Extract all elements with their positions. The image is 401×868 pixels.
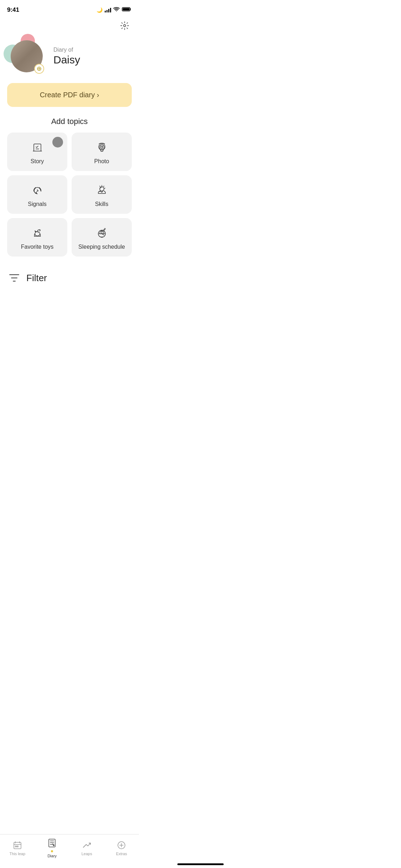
svg-point-9 [100,146,101,146]
signal-icon [105,7,111,12]
profile-text: Diary of Daisy [53,47,80,66]
status-icons: 🌙 [97,7,132,13]
signals-icon [30,183,45,197]
filter-reveal-section: Filter [0,271,139,292]
svg-line-15 [104,188,105,188]
add-topics-section: Add topics Story [0,117,139,257]
svg-point-6 [99,145,104,150]
header [0,18,139,33]
story-icon [30,140,45,155]
status-bar: 9:41 🌙 [0,0,139,18]
battery-icon [122,7,132,13]
topic-card-story[interactable]: Story [7,133,67,171]
skills-label: Skills [95,201,108,207]
settings-button[interactable] [118,19,131,33]
story-label: Story [31,158,44,165]
diary-name: Daisy [53,54,80,66]
svg-point-18 [38,232,38,233]
topic-card-sleeping-schedule[interactable]: Sleeping schedule [72,218,132,257]
svg-point-0 [116,11,117,11]
topic-card-skills[interactable]: Skills [72,175,132,214]
photo-icon [95,140,109,155]
status-time: 9:41 [7,6,19,14]
svg-point-11 [36,193,37,194]
topic-card-photo[interactable]: Photo [72,133,132,171]
svg-point-10 [103,146,103,146]
sleeping-schedule-label: Sleeping schedule [78,244,125,250]
topic-card-favorite-toys[interactable]: Favorite toys [7,218,67,257]
photo-label: Photo [94,158,109,165]
signals-label: Signals [28,201,46,207]
story-badge [52,137,63,148]
diary-of-label: Diary of [53,47,80,53]
topics-grid: Story Photo [7,133,132,257]
avatar-container [7,37,46,76]
topic-card-signals[interactable]: Signals [7,175,67,214]
create-pdf-button[interactable]: Create PDF diary › [7,83,132,107]
moon-icon: 🌙 [97,7,103,13]
wifi-icon [113,7,120,13]
svg-point-3 [124,25,126,27]
filter-section: Filter [0,271,139,292]
filter-icon [7,271,21,285]
favorite-toys-icon [30,226,45,240]
avatar-edit-button[interactable] [34,64,44,74]
skills-icon [95,183,109,197]
svg-line-16 [100,186,100,187]
sleeping-schedule-icon [95,226,109,240]
profile-section: Diary of Daisy [0,33,139,83]
favorite-toys-label: Favorite toys [21,244,54,250]
svg-rect-2 [123,8,130,11]
svg-line-14 [104,186,104,187]
filter-label: Filter [26,273,47,284]
add-topics-title: Add topics [7,117,132,126]
